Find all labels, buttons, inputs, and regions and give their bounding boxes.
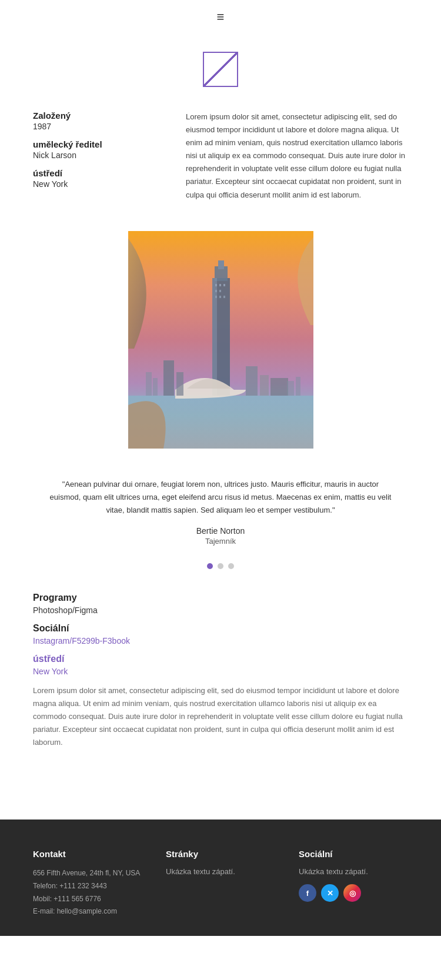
founded-label: Založený — [33, 111, 162, 121]
hq-value: New York — [33, 179, 162, 189]
carousel-dot-2[interactable] — [218, 563, 223, 569]
programs-value: Photoshop/Figma — [33, 606, 408, 615]
svg-rect-22 — [296, 377, 300, 396]
svg-rect-17 — [260, 375, 269, 396]
quote-title: Tajemník — [47, 537, 394, 546]
logo-icon — [203, 52, 238, 87]
carousel-dot-3[interactable] — [228, 563, 234, 569]
programs-lorem: Lorem ipsum dolor sit amet, consectetur … — [33, 684, 408, 749]
info-description: Lorem ipsum dolor sit amet, consectetur … — [186, 111, 408, 202]
carousel-dot-1[interactable] — [207, 563, 213, 569]
svg-rect-21 — [287, 381, 294, 396]
footer: Kontakt 656 Fifth Avenue, 24th fl, NY, U… — [0, 820, 441, 935]
image-section — [0, 213, 441, 466]
footer-pages-title: Stránky — [166, 849, 275, 859]
info-left: Založený 1987 umělecký ředitel Nick Lars… — [33, 111, 162, 202]
director-value: Nick Larson — [33, 150, 162, 160]
svg-rect-13 — [212, 278, 217, 396]
footer-pages-col: Stránky Ukázka textu zápatí. — [166, 849, 275, 918]
facebook-link[interactable]: F5299b-F3book — [72, 636, 130, 645]
quote-text: "Aenean pulvinar dui ornare, feugiat lor… — [47, 478, 394, 517]
svg-rect-14 — [163, 360, 174, 396]
footer-contact-col: Kontakt 656 Fifth Avenue, 24th fl, NY, U… — [33, 849, 142, 918]
footer-grid: Kontakt 656 Fifth Avenue, 24th fl, NY, U… — [33, 849, 408, 918]
svg-rect-16 — [246, 366, 258, 396]
hq-label: ústředí — [33, 168, 162, 178]
svg-rect-18 — [270, 378, 288, 396]
logo-area — [0, 34, 441, 99]
footer-social-text: Ukázka textu zápatí. — [299, 867, 408, 876]
svg-rect-20 — [153, 378, 158, 396]
ustredí-section-label: ústředí — [33, 654, 408, 664]
quote-section: "Aenean pulvinar dui ornare, feugiat lor… — [0, 466, 441, 551]
hamburger-icon[interactable]: ≡ — [217, 9, 225, 25]
carousel-dots — [0, 551, 441, 587]
director-label: umělecký ředitel — [33, 139, 162, 149]
quote-author: Bertie Norton — [47, 526, 394, 536]
svg-rect-6 — [219, 284, 221, 286]
founded-value: 1987 — [33, 122, 162, 131]
footer-social-col: Sociální Ukázka textu zápatí. f ✕ ◎ — [299, 849, 408, 918]
svg-rect-19 — [146, 372, 152, 396]
footer-contact-mobile: Mobil: +111 565 6776 — [33, 893, 142, 906]
ustredí-section-value[interactable]: New York — [33, 667, 408, 676]
svg-rect-7 — [223, 284, 225, 286]
svg-rect-4 — [218, 260, 224, 269]
city-image-svg — [128, 231, 313, 449]
footer-contact-email: E-mail: hello@sample.com — [33, 905, 142, 918]
footer-contact-phone: Telefon: +111 232 3443 — [33, 880, 142, 893]
footer-pages-text: Ukázka textu zápatí. — [166, 867, 275, 876]
info-section: Založený 1987 umělecký ředitel Nick Lars… — [0, 99, 441, 213]
twitter-footer-icon[interactable]: ✕ — [321, 884, 339, 902]
spacer-1 — [0, 767, 441, 796]
programs-label: Programy — [33, 593, 408, 603]
footer-contact-address: 656 Fifth Avenue, 24th fl, NY, USA — [33, 867, 142, 880]
svg-rect-9 — [219, 290, 221, 292]
instagram-link[interactable]: Instagram/ — [33, 636, 72, 645]
social-links: Instagram/F5299b-F3book — [33, 636, 408, 645]
programs-section: Programy Photoshop/Figma Sociální Instag… — [0, 587, 441, 767]
svg-rect-11 — [219, 296, 221, 298]
footer-contact-title: Kontakt — [33, 849, 142, 859]
svg-rect-15 — [176, 372, 183, 396]
footer-social-title: Sociální — [299, 849, 408, 859]
social-icons-footer: f ✕ ◎ — [299, 884, 408, 902]
svg-rect-12 — [223, 296, 225, 298]
social-label: Sociální — [33, 623, 408, 634]
header: ≡ — [0, 0, 441, 34]
main-image — [128, 231, 313, 449]
facebook-footer-icon[interactable]: f — [299, 884, 316, 902]
instagram-footer-icon[interactable]: ◎ — [343, 884, 361, 902]
